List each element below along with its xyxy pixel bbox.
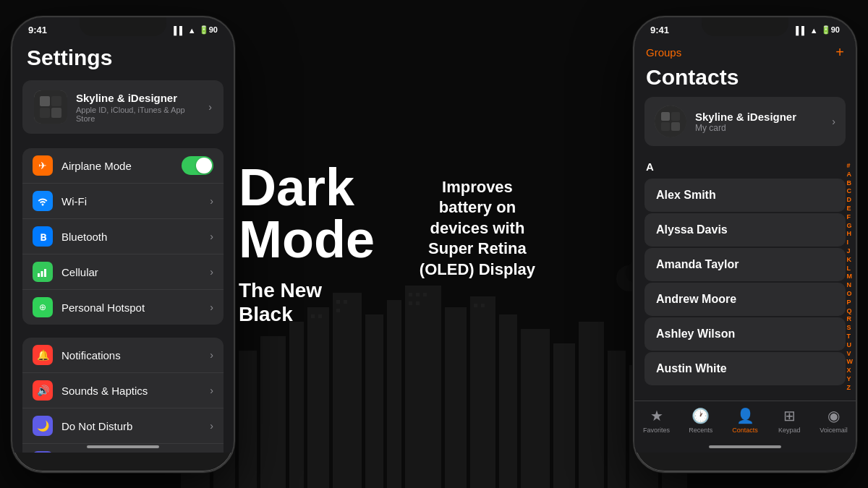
svg-rect-25: [409, 301, 412, 305]
settings-row-cellular[interactable]: Cellular ›: [22, 254, 224, 290]
settings-row-notifications[interactable]: 🔔 Notifications ›: [22, 338, 224, 373]
cellular-icon: [33, 262, 53, 282]
svg-rect-4: [289, 322, 304, 488]
contact-name-alyssa: Alyssa Davis: [656, 223, 728, 236]
keypad-icon: ⊞: [783, 407, 796, 424]
contact-name-austin: Austin White: [656, 362, 727, 375]
add-contact-button[interactable]: +: [835, 44, 844, 61]
svg-rect-37: [51, 108, 61, 118]
bluetooth-icon: ʙ: [33, 226, 53, 247]
contact-row-amanda[interactable]: Amanda Taylor: [644, 248, 846, 281]
keypad-label: Keypad: [778, 427, 801, 434]
my-card-info: Skyline & iDesigner My card: [695, 111, 823, 133]
contact-row-alyssa[interactable]: Alyssa Davis: [644, 213, 846, 247]
svg-rect-11: [470, 296, 495, 488]
svg-rect-36: [40, 108, 50, 118]
svg-rect-12: [499, 314, 517, 488]
battery-icon: 🔋90: [199, 25, 218, 35]
contacts-tab-label: Contacts: [732, 427, 758, 434]
profile-chevron: ›: [208, 101, 212, 113]
settings-phone: 9:41 ▌▌ ▲ 🔋90 Settings Skyline & iDesign…: [11, 16, 235, 473]
hotspot-label: Personal Hotspot: [61, 301, 201, 314]
airplane-toggle[interactable]: [182, 156, 213, 175]
power-button[interactable]: [234, 104, 235, 147]
tab-contacts[interactable]: 👤 Contacts: [723, 407, 767, 434]
status-time-right: 9:41: [650, 25, 669, 35]
settings-group-1: ✈ Airplane Mode Wi-Fi › ʙ Bluetooth: [22, 148, 224, 325]
hotspot-chevron: ›: [210, 301, 213, 313]
svg-rect-40: [44, 269, 46, 277]
wifi-settings-icon: [33, 191, 53, 211]
settings-row-wifi[interactable]: Wi-Fi ›: [22, 184, 224, 219]
svg-rect-5: [307, 307, 329, 488]
svg-rect-38: [38, 273, 40, 277]
contacts-phone: 9:41 ▌▌ ▲ 🔋90 Groups + Contacts: [633, 16, 857, 473]
svg-rect-29: [474, 304, 477, 307]
contacts-power-button[interactable]: [856, 104, 857, 147]
groups-button[interactable]: Groups: [646, 46, 681, 59]
contacts-title: Contacts: [634, 62, 856, 97]
screen-time-icon: ⏱: [33, 451, 53, 453]
tab-keypad[interactable]: ⊞ Keypad: [767, 407, 812, 434]
favorites-label: Favorites: [643, 427, 670, 434]
contact-name-ashley: Ashley Wilson: [656, 328, 735, 341]
dnd-icon: 🌙: [33, 416, 53, 436]
contacts-tab-icon: 👤: [736, 407, 754, 424]
airplane-icon: ✈: [33, 155, 53, 176]
home-indicator-left: [87, 445, 159, 448]
section-label-a: A: [634, 158, 856, 176]
favorites-icon: ★: [650, 407, 663, 424]
the-new-black-text: The New Black: [239, 278, 375, 327]
svg-rect-8: [387, 300, 401, 488]
svg-rect-2: [239, 351, 257, 488]
settings-profile-card[interactable]: Skyline & iDesigner Apple ID, iCloud, iT…: [22, 80, 224, 134]
dark-mode-title: Dark Mode: [239, 161, 375, 265]
svg-rect-3: [260, 336, 286, 488]
wifi-icon: ▲: [188, 26, 196, 35]
my-card-sub: My card: [695, 123, 823, 133]
contact-row-alex[interactable]: Alex Smith: [644, 179, 846, 212]
contact-row-austin[interactable]: Austin White: [644, 352, 846, 385]
settings-row-sounds[interactable]: 🔊 Sounds & Haptics ›: [22, 373, 224, 408]
profile-sub: Apple ID, iCloud, iTunes & App Store: [76, 106, 200, 123]
svg-rect-16: [608, 351, 626, 488]
svg-rect-26: [416, 301, 420, 305]
svg-rect-44: [661, 122, 670, 131]
center-text-area: Dark Mode The New Black: [239, 161, 375, 327]
svg-point-41: [655, 106, 686, 137]
notifications-label: Notifications: [61, 349, 201, 361]
contact-row-ashley[interactable]: Ashley Wilson: [644, 317, 846, 351]
voicemail-icon: ◉: [827, 407, 840, 424]
home-indicator-right: [709, 445, 781, 448]
contact-name-amanda: Amanda Taylor: [656, 258, 739, 271]
svg-rect-14: [553, 343, 575, 488]
cellular-label: Cellular: [61, 266, 201, 278]
tab-recents[interactable]: 🕐 Recents: [678, 407, 723, 434]
my-card[interactable]: Skyline & iDesigner My card ›: [644, 97, 846, 146]
settings-row-airplane[interactable]: ✈ Airplane Mode: [22, 148, 224, 184]
svg-rect-13: [521, 329, 550, 488]
contact-name-alex: Alex Smith: [656, 189, 716, 202]
settings-row-dnd[interactable]: 🌙 Do Not Disturb ›: [22, 408, 224, 444]
svg-rect-33: [34, 90, 67, 124]
settings-row-hotspot[interactable]: ⊕ Personal Hotspot ›: [22, 290, 224, 325]
svg-rect-35: [51, 96, 61, 106]
tab-voicemail[interactable]: ◉ Voicemail: [812, 407, 856, 434]
svg-rect-15: [579, 322, 604, 488]
svg-rect-34: [40, 96, 50, 106]
contact-name-andrew: Andrew Moore: [656, 293, 736, 306]
svg-rect-24: [423, 293, 427, 296]
svg-rect-42: [661, 112, 670, 121]
status-time-left: 9:41: [28, 25, 47, 35]
airplane-label: Airplane Mode: [61, 160, 173, 172]
wifi-label: Wi-Fi: [61, 195, 201, 207]
settings-row-bluetooth[interactable]: ʙ Bluetooth ›: [22, 219, 224, 254]
tab-favorites[interactable]: ★ Favorites: [634, 407, 678, 434]
svg-rect-9: [405, 286, 441, 488]
svg-rect-10: [445, 307, 467, 488]
cellular-chevron: ›: [210, 266, 213, 278]
contact-row-andrew[interactable]: Andrew Moore: [644, 283, 846, 316]
contacts-nav: Groups +: [634, 38, 856, 62]
svg-rect-30: [481, 304, 485, 307]
svg-rect-39: [41, 271, 43, 277]
